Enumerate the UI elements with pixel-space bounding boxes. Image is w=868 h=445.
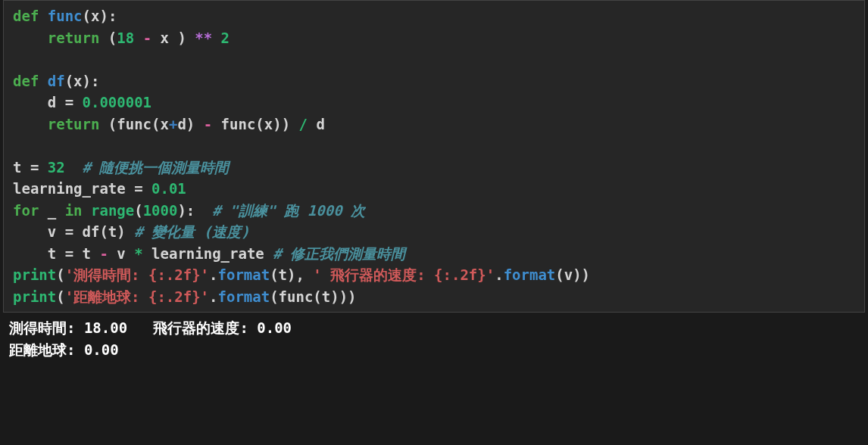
comment: # 隨便挑一個測量時間: [65, 159, 229, 176]
keyword-def: def: [13, 73, 39, 89]
output-block: 測得時間: 18.00 飛行器的速度: 0.00 距離地球: 0.00: [0, 313, 868, 365]
paren: (: [56, 288, 64, 305]
output-line-2: 距離地球: 0.00: [9, 341, 119, 358]
builtin-range: range: [91, 202, 134, 219]
var-t: t: [13, 245, 65, 262]
number: 0.01: [143, 180, 186, 197]
op-mul: *: [134, 245, 142, 262]
dot: .: [209, 266, 217, 283]
comment: # 修正我們測量時間: [273, 245, 405, 262]
var-lr: learning_rate: [143, 245, 273, 262]
paren: (: [99, 30, 117, 46]
op-minus: -: [99, 245, 108, 262]
builtin-print: print: [13, 266, 56, 283]
paren: ):: [177, 202, 195, 219]
expr: df(t): [73, 223, 134, 240]
keyword-def: def: [13, 8, 39, 24]
args: (t),: [270, 266, 313, 283]
op-assign: =: [65, 94, 73, 110]
op-minus: -: [134, 30, 160, 46]
params: (x): [83, 8, 108, 24]
expr: (func(x: [99, 116, 169, 132]
colon: :: [108, 8, 117, 24]
var-lr: learning_rate: [13, 180, 134, 197]
builtin-print: print: [13, 288, 56, 305]
output-line-1: 測得時間: 18.00 飛行器的速度: 0.00: [9, 319, 292, 336]
var-t: t: [13, 159, 30, 176]
var-t: t: [73, 245, 99, 262]
var-d: d: [308, 116, 325, 132]
method-format: format: [218, 266, 270, 283]
op-minus: -: [204, 116, 212, 132]
expr: d): [177, 116, 203, 132]
paren: (: [134, 202, 142, 219]
var: x ): [161, 30, 186, 46]
op-plus: +: [169, 116, 177, 132]
colon: :: [91, 73, 99, 89]
keyword-return: return: [48, 30, 100, 46]
expr: func(x)): [212, 116, 298, 132]
string: ' 飛行器的速度: {:.2f}': [313, 266, 495, 283]
keyword-in: in: [65, 202, 83, 219]
dot: .: [495, 266, 503, 283]
comment: # 變化量 (速度): [134, 223, 249, 240]
number: 0.000001: [73, 94, 151, 110]
number: 2: [221, 30, 229, 46]
args: (v)): [555, 266, 590, 283]
method-format: format: [218, 288, 270, 305]
code-block: def func(x): return (18 - x ) ** 2 def d…: [3, 0, 865, 313]
number: 1000: [143, 202, 178, 219]
string: '測得時間: {:.2f}': [65, 266, 209, 283]
var-v: v: [108, 245, 134, 262]
op-assign: =: [30, 159, 39, 176]
op-div: /: [299, 116, 308, 132]
paren: (: [56, 266, 64, 283]
params: (x): [65, 73, 91, 89]
var-v: v: [13, 223, 65, 240]
keyword-for: for: [13, 202, 39, 219]
number: 18: [117, 30, 134, 46]
var-d: d: [13, 94, 65, 110]
number: 32: [39, 159, 64, 176]
func-name: func: [48, 8, 83, 24]
keyword-return: return: [48, 116, 100, 132]
op-pow: **: [186, 30, 221, 46]
dot: .: [209, 288, 217, 305]
op-assign: =: [65, 223, 73, 240]
comment: # "訓練" 跑 1000 次: [195, 202, 365, 219]
method-format: format: [504, 266, 556, 283]
op-assign: =: [134, 180, 142, 197]
string: '距離地球: {:.2f}': [65, 288, 209, 305]
func-name-df: df: [48, 73, 65, 89]
var-underscore: _: [39, 202, 64, 219]
op-assign: =: [65, 245, 73, 262]
args: (func(t))): [270, 288, 356, 305]
space: [83, 202, 91, 219]
